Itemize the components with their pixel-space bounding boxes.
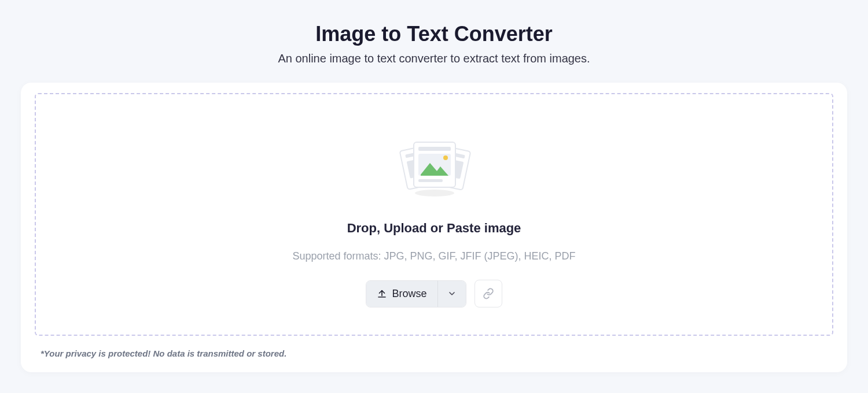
svg-point-11 xyxy=(415,190,454,196)
url-link-button[interactable] xyxy=(475,280,502,307)
browse-label: Browse xyxy=(392,288,426,300)
browse-group: Browse xyxy=(366,280,466,307)
browse-dropdown-button[interactable] xyxy=(437,281,466,307)
dropzone[interactable]: Drop, Upload or Paste image Supported fo… xyxy=(35,93,833,336)
svg-rect-10 xyxy=(418,179,443,182)
svg-rect-7 xyxy=(418,147,451,151)
upload-card: Drop, Upload or Paste image Supported fo… xyxy=(21,83,847,372)
browse-button[interactable]: Browse xyxy=(366,281,437,307)
button-row: Browse xyxy=(366,280,502,307)
privacy-note: *Your privacy is protected! No data is t… xyxy=(41,348,833,358)
svg-point-9 xyxy=(443,155,448,160)
image-stack-icon xyxy=(396,135,472,199)
chevron-down-icon xyxy=(447,289,457,298)
upload-icon xyxy=(377,288,387,299)
page-title: Image to Text Converter xyxy=(0,22,868,46)
link-icon xyxy=(483,288,494,299)
page-subtitle: An online image to text converter to ext… xyxy=(0,52,868,65)
dropzone-heading: Drop, Upload or Paste image xyxy=(347,221,521,236)
supported-formats: Supported formats: JPG, PNG, GIF, JFIF (… xyxy=(292,246,575,266)
